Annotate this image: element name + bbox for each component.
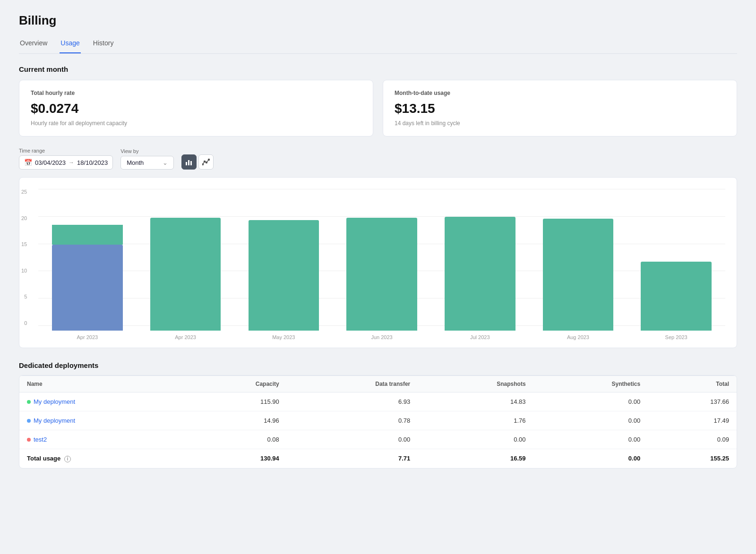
date-range-input[interactable]: 📅 03/04/2023 → 18/10/2023: [19, 155, 113, 170]
bar-group: Aug 2023: [529, 219, 627, 340]
chevron-down-icon: ⌄: [163, 159, 168, 166]
bar-group: Jun 2023: [333, 218, 431, 340]
bar-segment-green: [641, 262, 712, 331]
bar-group: Apr 2023: [38, 225, 137, 340]
bar-group: Apr 2023: [137, 218, 235, 340]
col-total: Total: [648, 376, 737, 392]
status-dot: [27, 438, 31, 442]
chart-container: 25 20 15 10 5 0 Apr 2023Apr 2023May 2023…: [19, 177, 737, 348]
data-transfer-cell: 6.93: [287, 392, 418, 411]
chart-area: 25 20 15 10 5 0 Apr 2023Apr 2023May 2023…: [38, 189, 725, 340]
snapshots-cell: 14.83: [418, 392, 533, 411]
total-cell: 137.66: [648, 392, 737, 411]
synthetics-cell: 0.00: [533, 430, 648, 449]
svg-point-3: [202, 164, 204, 165]
deployment-link[interactable]: My deployment: [34, 417, 75, 424]
bar-label: Apr 2023: [77, 334, 98, 340]
bar-label: May 2023: [272, 334, 295, 340]
tabs-nav: Overview Usage History: [19, 35, 737, 54]
data-transfer-cell: 0.00: [287, 430, 418, 449]
total-capacity: 130.94: [185, 449, 287, 468]
col-snapshots: Snapshots: [418, 376, 533, 392]
bar-segment-green: [346, 218, 417, 331]
col-name: Name: [19, 376, 185, 392]
date-arrow-icon: →: [69, 159, 74, 166]
status-dot: [27, 400, 31, 404]
bar-chart-button[interactable]: [181, 154, 197, 170]
bars-wrapper: Apr 2023Apr 2023May 2023Jun 2023Jul 2023…: [38, 203, 725, 340]
deployment-link[interactable]: My deployment: [34, 398, 75, 405]
capacity-cell: 115.90: [185, 392, 287, 411]
total-snapshots: 16.59: [418, 449, 533, 468]
table-row: test20.080.000.000.000.09: [19, 430, 737, 449]
bar-group: Jul 2023: [431, 217, 529, 340]
data-transfer-cell: 0.78: [287, 411, 418, 430]
bar-segment-blue: [52, 245, 123, 331]
deployment-name: test2: [19, 430, 185, 449]
bar-group: Sep 2023: [627, 262, 725, 340]
date-to: 18/10/2023: [77, 159, 108, 166]
view-by-select[interactable]: Month ⌄: [120, 156, 174, 170]
filter-row: Time range 📅 03/04/2023 → 18/10/2023 Vie…: [19, 148, 737, 170]
time-range-label: Time range: [19, 148, 113, 153]
chart-type-buttons: [181, 154, 214, 170]
total-row: Total usage i130.947.7116.590.00155.25: [19, 449, 737, 468]
total-total: 155.25: [648, 449, 737, 468]
col-synthetics: Synthetics: [533, 376, 648, 392]
view-by-group: View by Month ⌄: [120, 148, 174, 170]
bar-label: Jul 2023: [470, 334, 490, 340]
status-dot: [27, 419, 31, 423]
billing-page: Billing Overview Usage History Current m…: [0, 0, 756, 554]
view-by-value: Month: [127, 159, 144, 166]
total-label: Total usage i: [19, 449, 185, 468]
tab-usage[interactable]: Usage: [60, 35, 80, 53]
page-title: Billing: [19, 13, 737, 28]
bar-segment-green: [249, 220, 319, 331]
hourly-rate-value: $0.0274: [31, 101, 361, 116]
mtd-sub: 14 days left in billing cycle: [395, 120, 725, 127]
svg-rect-1: [188, 160, 189, 165]
deployments-section-title: Dedicated deployments: [19, 361, 737, 369]
snapshots-cell: 0.00: [418, 430, 533, 449]
capacity-cell: 14.96: [185, 411, 287, 430]
bar-segment-green: [445, 217, 515, 331]
bar-segment-green: [150, 218, 221, 331]
table-row: My deployment14.960.781.760.0017.49: [19, 411, 737, 430]
svg-point-5: [206, 162, 207, 163]
col-capacity: Capacity: [185, 376, 287, 392]
y-label-10: 10: [21, 268, 27, 273]
y-label-5: 5: [24, 294, 27, 299]
bar-segment-green: [52, 225, 123, 245]
synthetics-cell: 0.00: [533, 411, 648, 430]
svg-rect-2: [190, 161, 192, 165]
total-data-transfer: 7.71: [287, 449, 418, 468]
hourly-rate-sub: Hourly rate for all deployment capacity: [31, 120, 361, 127]
snapshots-cell: 1.76: [418, 411, 533, 430]
current-month-title: Current month: [19, 65, 737, 73]
table-row: My deployment115.906.9314.830.00137.66: [19, 392, 737, 411]
info-icon: i: [64, 456, 71, 462]
bar-label: Jun 2023: [371, 334, 392, 340]
deployment-link[interactable]: test2: [34, 436, 47, 443]
hourly-rate-label: Total hourly rate: [31, 90, 361, 96]
tab-overview[interactable]: Overview: [19, 35, 48, 53]
tab-history[interactable]: History: [92, 35, 115, 53]
deployment-name: My deployment: [19, 411, 185, 430]
mtd-card: Month-to-date usage $13.15 14 days left …: [383, 80, 737, 136]
hourly-rate-card: Total hourly rate $0.0274 Hourly rate fo…: [19, 80, 373, 136]
capacity-cell: 0.08: [185, 430, 287, 449]
y-label-15: 15: [21, 241, 27, 247]
bar-label: Sep 2023: [665, 334, 687, 340]
bar-label: Aug 2023: [567, 334, 589, 340]
total-cell: 17.49: [648, 411, 737, 430]
synthetics-cell: 0.00: [533, 392, 648, 411]
bar-label: Apr 2023: [175, 334, 196, 340]
total-synthetics: 0.00: [533, 449, 648, 468]
svg-rect-0: [186, 162, 187, 165]
col-data-transfer: Data transfer: [287, 376, 418, 392]
y-label-25: 25: [21, 189, 27, 195]
bar-segment-green: [543, 219, 614, 331]
line-chart-button[interactable]: [198, 154, 214, 170]
view-by-label: View by: [120, 148, 174, 154]
deployments-table: Name Capacity Data transfer Snapshots Sy…: [19, 375, 737, 468]
